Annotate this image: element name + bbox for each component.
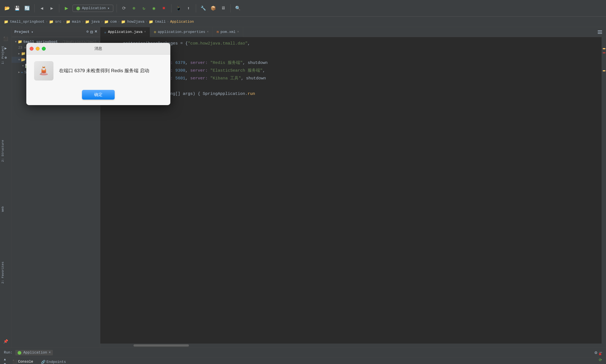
separator-5 [196,4,196,12]
editor-menu-icon[interactable] [598,30,602,34]
stop-icon[interactable]: ■ [160,4,168,12]
update-icon[interactable]: ↻ [140,4,148,12]
separator-2 [59,4,59,12]
dialog-titlebar: 消息 [26,43,170,54]
run-label: Run: [4,350,12,355]
console-label: Console [18,360,33,364]
sep2: › [63,20,65,24]
screen-icon[interactable]: 🖥 [219,4,227,12]
wrap-icon[interactable]: ↩ [599,363,602,364]
editor-h-scrollbar[interactable] [100,344,602,347]
save-icon[interactable]: 💾 [13,4,21,12]
main-toolbar: 📂 💾 🔄 ◀ ▶ ▶ ⬤ Application ▾ ⟳ ⊕ ↻ ◉ ■ 📱 … [0,0,606,17]
back-icon[interactable]: ◀ [38,4,46,12]
share-icon[interactable]: ⬆ [185,4,192,12]
dialog-ok-button[interactable]: 确定 [82,90,115,100]
scratch-icon: ✏ [21,70,23,74]
rebuild-icon[interactable]: ⟳ [120,4,128,12]
breadcrumb-item-5[interactable]: com [110,20,117,24]
synchronize-icon[interactable]: 🔄 [23,4,31,12]
separator-3 [117,4,117,12]
run-green-icon[interactable]: ▶ [63,4,70,12]
line-content-28: til.checkPort( port: 5601, server: "Kiba… [121,75,606,82]
run-tab-icon: ⬤ [17,350,22,355]
toggle-breakpoint-icon[interactable]: ◉ [150,4,158,12]
code-line-28: til.checkPort( port: 5601, server: "Kiba… [100,75,606,82]
svg-point-1 [41,71,46,73]
device-icon[interactable]: 📱 [175,4,183,12]
sidebar-icon-pin[interactable]: 📌 [2,337,10,345]
sidebar-icon-1[interactable]: ⬛ [2,35,10,43]
breadcrumb-item-1[interactable]: tmall_springboot [10,20,45,24]
breadcrumb-item-4[interactable]: java [91,20,100,24]
tab-pom-xml[interactable]: m pom.xml × [213,27,243,37]
scroll-down-icon[interactable]: ▼ [4,362,6,364]
marker-red-1 [603,52,605,53]
run-config-button[interactable]: ⬤ Application ▾ [73,5,113,12]
project-collapse-icon[interactable]: ⊟ [90,29,93,35]
endpoints-label: Endpoints [47,360,66,364]
breadcrumb-item-app[interactable]: Application [170,20,194,24]
bottom-header-left: Run: ⬤ Application × [4,350,53,355]
sidebar-tab-favorites[interactable]: 2: Favorites [0,259,6,286]
settings-icon[interactable]: 🔧 [199,4,207,12]
code-editor[interactable]: ositories(basePackages = {"com.how2java.… [100,37,606,347]
tab-application-java-close[interactable]: × [144,30,146,33]
tab-application-props-close[interactable]: × [207,30,209,33]
sidebar-tab-structure[interactable]: 2: Structure [0,138,6,164]
sep4: › [101,20,103,24]
tree-chevron-idea: ▶ [18,52,20,55]
dialog-body: 在端口 6379 未检查得到 Redis 服务端 启动 [26,54,170,86]
folder-icon-bc: 📁 [4,20,8,24]
tab-application-java[interactable]: ☕ Application.java × [100,27,150,37]
tree-chevron-e: ▼ [22,64,24,67]
editor-h-scrollbar-thumb[interactable] [133,344,189,347]
folder-icon-root: 📁 [18,40,22,44]
breadcrumb-item-6[interactable]: how2java [127,20,144,24]
tab-application-props-label: application.properties [158,30,206,34]
sidebar-tab-project[interactable]: 1: Project [0,44,6,66]
open-folder-icon[interactable]: 📂 [3,4,11,12]
bottom-gear-icon[interactable]: ⚙ [595,350,597,355]
add-config-icon[interactable]: ⊕ [130,4,138,12]
run-tab-application[interactable]: ⬤ Application × [15,350,53,355]
endpoints-icon: 🔗 [41,360,45,364]
project-gear-icon[interactable]: ⚙ [86,29,89,35]
java-logo-svg [37,64,51,78]
bottom-side-actions: ▲ ▼ [4,358,6,364]
run-config-icon: ⬤ [76,6,80,11]
traffic-light-red[interactable] [30,47,34,51]
stop-run-icon[interactable]: ■ [599,352,602,357]
breadcrumb-item-7[interactable]: tmall [155,20,166,24]
code-line-29 [100,82,606,86]
tree-chevron-scratches: ▶ [18,71,20,74]
search-icon[interactable]: 🔍 [234,4,242,12]
breadcrumb-item-2[interactable]: src [55,20,61,24]
project-header-left: Project ▾ [14,30,33,34]
run-config-chevron: ▾ [107,6,110,11]
bottom-panel-header: Run: ⬤ Application × ⚙ — [0,348,606,358]
tab-console[interactable]: ⬛ Console [9,358,37,364]
run-tab-close[interactable]: × [49,351,51,355]
project-dropdown-icon[interactable]: ▾ [31,30,34,34]
traffic-light-green[interactable] [42,47,46,51]
message-dialog[interactable]: 消息 在端口 6379 未检查得到 Redis 服务端 启动 确定 [26,43,170,105]
left-sidebar: 1: Project ⬛ ▶ ⊕ ⊞ 2: Structure Web 2: F… [0,27,12,347]
traffic-light-yellow[interactable] [36,47,40,51]
marker-yellow-1 [603,48,605,49]
code-line-24: Application { [100,48,606,55]
code-line-23: ositories(basePackages = {"com.how2java.… [100,40,606,48]
project-close-icon[interactable]: × [94,29,97,35]
rerun-icon[interactable]: ⟳ [599,358,602,362]
sidebar-tab-web[interactable]: Web [0,204,6,214]
tab-endpoints[interactable]: 🔗 Endpoints [38,359,69,364]
tab-pom-xml-label: pom.xml [220,30,236,34]
tab-pom-xml-close[interactable]: × [237,30,239,33]
breadcrumb-item-3[interactable]: main [72,20,81,24]
editor-right-scrollbar[interactable] [602,37,606,347]
build-icon[interactable]: 📦 [209,4,217,12]
forward-icon[interactable]: ▶ [48,4,56,12]
separator-1 [34,4,35,12]
tab-application-properties[interactable]: ⚙ application.properties × [150,27,213,37]
scroll-up-icon[interactable]: ▲ [4,358,6,362]
